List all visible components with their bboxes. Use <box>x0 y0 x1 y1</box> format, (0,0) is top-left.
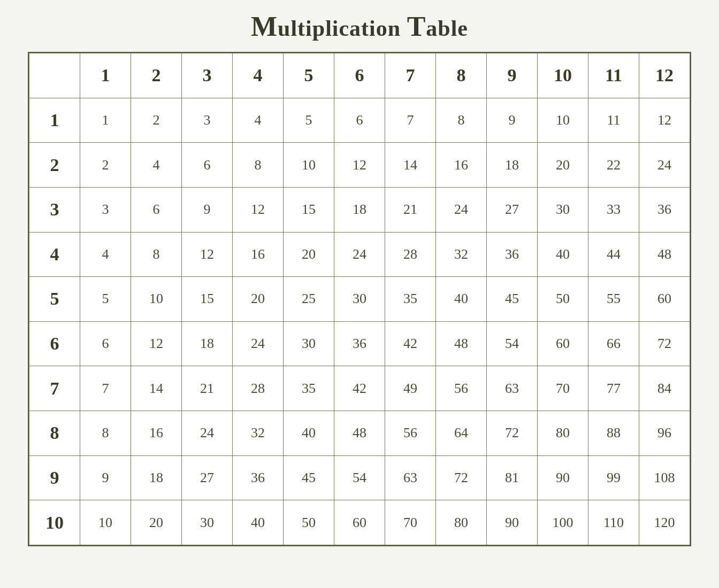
cell-3-5: 15 <box>284 187 334 232</box>
cell-9-10: 90 <box>538 455 588 500</box>
cell-3-2: 6 <box>131 187 182 232</box>
cell-10-12: 120 <box>639 500 690 545</box>
cell-5-9: 45 <box>487 277 538 322</box>
col-header-6: 6 <box>334 53 385 98</box>
cell-1-12: 12 <box>639 98 690 143</box>
cell-5-1: 5 <box>80 277 131 322</box>
col-header-7: 7 <box>385 53 436 98</box>
row-header-7: 7 <box>29 366 80 411</box>
row-header-3: 3 <box>29 187 80 232</box>
cell-8-7: 56 <box>385 411 436 456</box>
cell-3-10: 30 <box>538 187 588 232</box>
cell-5-8: 40 <box>436 277 487 322</box>
cell-8-10: 80 <box>538 411 588 456</box>
page-title: Multiplication Table <box>251 11 468 42</box>
cell-6-11: 66 <box>588 321 639 366</box>
multiplication-table: 1234567891011121123456789101112224681012… <box>29 53 690 545</box>
cell-6-1: 6 <box>80 321 131 366</box>
cell-3-8: 24 <box>436 187 487 232</box>
cell-4-5: 20 <box>284 232 334 277</box>
cell-8-11: 88 <box>588 411 639 456</box>
col-header-1: 1 <box>80 53 131 98</box>
cell-9-11: 99 <box>588 455 639 500</box>
cell-6-8: 48 <box>436 321 487 366</box>
cell-3-6: 18 <box>334 187 385 232</box>
cell-6-7: 42 <box>385 321 436 366</box>
cell-2-9: 18 <box>487 143 538 188</box>
cell-7-8: 56 <box>436 366 487 411</box>
cell-2-6: 12 <box>334 143 385 188</box>
cell-2-3: 6 <box>182 143 233 188</box>
cell-8-8: 64 <box>436 411 487 456</box>
cell-4-2: 8 <box>131 232 182 277</box>
cell-1-4: 4 <box>233 98 284 143</box>
table-row: 881624324048566472808896 <box>29 411 690 456</box>
cell-7-11: 77 <box>588 366 639 411</box>
cell-6-12: 72 <box>639 321 690 366</box>
table-row: 9918273645546372819099108 <box>29 455 690 500</box>
cell-2-5: 10 <box>284 143 334 188</box>
cell-9-6: 54 <box>334 455 385 500</box>
cell-4-12: 48 <box>639 232 690 277</box>
col-header-10: 10 <box>538 53 588 98</box>
cell-7-12: 84 <box>639 366 690 411</box>
cell-4-4: 16 <box>233 232 284 277</box>
cell-7-6: 42 <box>334 366 385 411</box>
cell-8-12: 96 <box>639 411 690 456</box>
cell-7-7: 49 <box>385 366 436 411</box>
cell-8-4: 32 <box>233 411 284 456</box>
row-header-10: 10 <box>29 500 80 545</box>
cell-4-1: 4 <box>80 232 131 277</box>
cell-5-2: 10 <box>131 277 182 322</box>
cell-10-9: 90 <box>487 500 538 545</box>
row-header-1: 1 <box>29 98 80 143</box>
cell-4-3: 12 <box>182 232 233 277</box>
table-row: 44812162024283236404448 <box>29 232 690 277</box>
cell-7-10: 70 <box>538 366 588 411</box>
cell-3-7: 21 <box>385 187 436 232</box>
cell-5-12: 60 <box>639 277 690 322</box>
table-row: 10102030405060708090100110120 <box>29 500 690 545</box>
cell-5-3: 15 <box>182 277 233 322</box>
multiplication-table-container: 1234567891011121123456789101112224681012… <box>28 52 691 546</box>
cell-6-5: 30 <box>284 321 334 366</box>
cell-3-3: 9 <box>182 187 233 232</box>
cell-8-3: 24 <box>182 411 233 456</box>
cell-4-6: 24 <box>334 232 385 277</box>
table-row: 771421283542495663707784 <box>29 366 690 411</box>
cell-10-6: 60 <box>334 500 385 545</box>
cell-10-11: 110 <box>588 500 639 545</box>
cell-9-7: 63 <box>385 455 436 500</box>
cell-6-2: 12 <box>131 321 182 366</box>
cell-10-5: 50 <box>284 500 334 545</box>
cell-8-2: 16 <box>131 411 182 456</box>
col-header-2: 2 <box>131 53 182 98</box>
cell-3-9: 27 <box>487 187 538 232</box>
cell-10-10: 100 <box>538 500 588 545</box>
col-header-3: 3 <box>182 53 233 98</box>
cell-4-8: 32 <box>436 232 487 277</box>
cell-2-7: 14 <box>385 143 436 188</box>
cell-7-2: 14 <box>131 366 182 411</box>
cell-7-9: 63 <box>487 366 538 411</box>
cell-6-6: 36 <box>334 321 385 366</box>
cell-10-3: 30 <box>182 500 233 545</box>
row-header-5: 5 <box>29 277 80 322</box>
cell-5-7: 35 <box>385 277 436 322</box>
col-header-8: 8 <box>436 53 487 98</box>
cell-6-10: 60 <box>538 321 588 366</box>
cell-10-7: 70 <box>385 500 436 545</box>
cell-9-8: 72 <box>436 455 487 500</box>
cell-10-4: 40 <box>233 500 284 545</box>
row-header-6: 6 <box>29 321 80 366</box>
table-row: 551015202530354045505560 <box>29 277 690 322</box>
cell-7-4: 28 <box>233 366 284 411</box>
table-row: 3369121518212427303336 <box>29 187 690 232</box>
table-row: 661218243036424854606672 <box>29 321 690 366</box>
cell-2-12: 24 <box>639 143 690 188</box>
cell-8-9: 72 <box>487 411 538 456</box>
cell-4-11: 44 <box>588 232 639 277</box>
cell-2-1: 2 <box>80 143 131 188</box>
col-header-9: 9 <box>487 53 538 98</box>
cell-3-11: 33 <box>588 187 639 232</box>
